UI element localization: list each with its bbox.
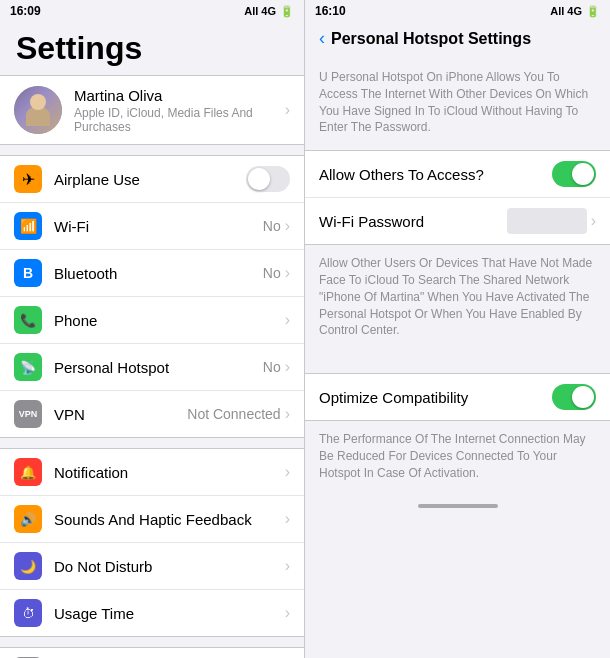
general-section: ⚙ General › ⊞ Control Center › AA Screen… [0,647,304,658]
optimize-toggle[interactable] [552,384,596,410]
wifi-password-chevron: › [591,212,596,230]
avatar [14,86,62,134]
vpn-value: Not Connected [187,406,280,422]
wifi-icon: 📶 [14,212,42,240]
phone-chevron: › [285,311,290,329]
hotspot-label: Personal Hotspot [54,359,263,376]
optimize-section: Optimize Compatibility [305,373,610,421]
notification-item[interactable]: 🔔 Notification › [0,449,304,496]
airplane-toggle[interactable] [246,166,290,192]
password-field [507,208,587,234]
battery-right: 🔋 [586,5,600,18]
wifi-item[interactable]: 📶 Wi-Fi No › [0,203,304,250]
sounds-chevron: › [285,510,290,528]
notification-chevron: › [285,463,290,481]
phone-icon: 📞 [14,306,42,334]
wifi-value: No [263,218,281,234]
time-left: 16:09 [10,4,41,18]
right-panel: 16:10 All 4G 🔋 ‹ Personal Hotspot Settin… [305,0,610,658]
sounds-icon: 🔊 [14,505,42,533]
hotspot-value: No [263,359,281,375]
bottom-note: The Performance Of The Internet Connecti… [305,421,610,495]
airplane-label: Airplane Use [54,171,246,188]
general-item[interactable]: ⚙ General › [0,648,304,658]
airplane-icon: ✈ [14,165,42,193]
user-subtitle: Apple ID, iCloud, Media Files And Purcha… [74,106,285,134]
donotdisturb-label: Do Not Disturb [54,558,285,575]
donotdisturb-chevron: › [285,557,290,575]
vpn-item[interactable]: VPN VPN Not Connected › [0,391,304,437]
optimize-toggle-thumb [572,386,594,408]
bluetooth-chevron: › [285,264,290,282]
home-indicator [305,496,610,516]
hotspot-icon: 📡 [14,353,42,381]
hotspot-settings-section: Allow Others To Access? Wi-Fi Password › [305,150,610,245]
usagetime-chevron: › [285,604,290,622]
right-header: ‹ Personal Hotspot Settings [305,22,610,59]
phone-item[interactable]: 📞 Phone › [0,297,304,344]
back-button[interactable]: ‹ Personal Hotspot Settings [319,28,531,49]
vpn-icon: VPN [14,400,42,428]
usagetime-item[interactable]: ⏱ Usage Time › [0,590,304,636]
donotdisturb-item[interactable]: 🌙 Do Not Disturb › [0,543,304,590]
bluetooth-icon: B [14,259,42,287]
bluetooth-value: No [263,265,281,281]
user-row-chevron: › [285,101,290,119]
battery-left: 🔋 [280,5,294,18]
user-name: Martina Oliva [74,87,285,104]
home-bar [418,504,498,508]
right-page-title: Personal Hotspot Settings [331,30,531,48]
page-title: Settings [0,22,304,75]
sounds-label: Sounds And Haptic Feedback [54,511,285,528]
vpn-label: VPN [54,406,187,423]
wifi-label: Wi-Fi [54,218,263,235]
hotspot-chevron: › [285,358,290,376]
phone-label: Phone [54,312,285,329]
avatar-image [14,86,62,134]
optimize-item[interactable]: Optimize Compatibility [305,374,610,420]
user-profile-row[interactable]: Martina Oliva Apple ID, iCloud, Media Fi… [0,75,304,145]
notifications-section: 🔔 Notification › 🔊 Sounds And Haptic Fee… [0,448,304,637]
connectivity-section: ✈ Airplane Use 📶 Wi-Fi No › B Bluetooth … [0,155,304,438]
signal-right: All 4G [550,5,582,17]
allow-others-item[interactable]: Allow Others To Access? [305,151,610,198]
airplane-item[interactable]: ✈ Airplane Use [0,156,304,203]
airplane-toggle-thumb [248,168,270,190]
section-gap [305,353,610,373]
top-description: U Personal Hotspot On iPhone Allows You … [305,59,610,150]
signal-left: All 4G [244,5,276,17]
wifi-chevron: › [285,217,290,235]
donotdisturb-icon: 🌙 [14,552,42,580]
notification-label: Notification [54,464,285,481]
allow-others-toggle[interactable] [552,161,596,187]
status-icons-right: All 4G 🔋 [550,5,600,18]
back-chevron-icon: ‹ [319,28,325,49]
vpn-chevron: › [285,405,290,423]
bluetooth-label: Bluetooth [54,265,263,282]
middle-note: Allow Other Users Or Devices That Have N… [305,245,610,353]
sounds-item[interactable]: 🔊 Sounds And Haptic Feedback › [0,496,304,543]
user-info: Martina Oliva Apple ID, iCloud, Media Fi… [74,87,285,134]
status-bar-left: 16:09 All 4G 🔋 [0,0,304,22]
time-right: 16:10 [315,4,346,18]
status-bar-right: 16:10 All 4G 🔋 [305,0,610,22]
left-panel: 16:09 All 4G 🔋 Settings Martina Oliva Ap… [0,0,305,658]
wifi-password-item[interactable]: Wi-Fi Password › [305,198,610,244]
wifi-password-label: Wi-Fi Password [319,213,507,230]
allow-others-toggle-thumb [572,163,594,185]
hotspot-item[interactable]: 📡 Personal Hotspot No › [0,344,304,391]
right-content: U Personal Hotspot On iPhone Allows You … [305,59,610,658]
status-right-left: All 4G 🔋 [244,5,294,18]
notification-icon: 🔔 [14,458,42,486]
usagetime-label: Usage Time [54,605,285,622]
bluetooth-item[interactable]: B Bluetooth No › [0,250,304,297]
usagetime-icon: ⏱ [14,599,42,627]
optimize-label: Optimize Compatibility [319,389,552,406]
allow-others-label: Allow Others To Access? [319,166,552,183]
